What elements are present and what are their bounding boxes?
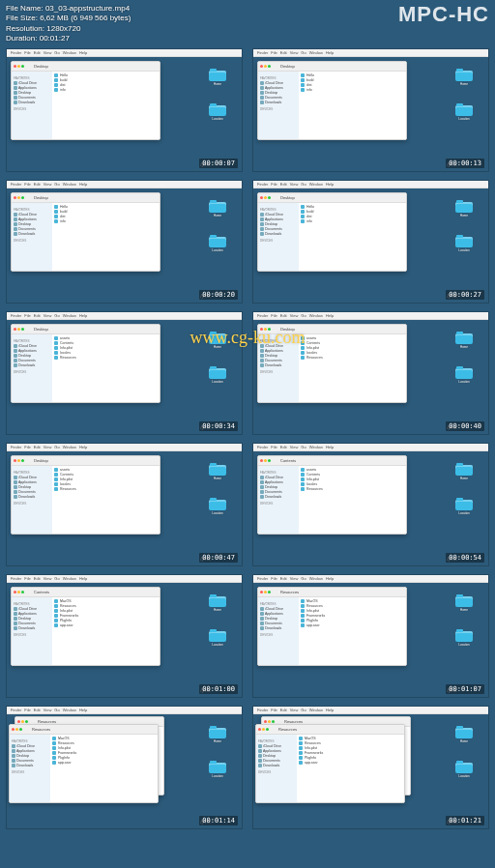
- list-item[interactable]: assets: [301, 468, 404, 472]
- menu-item[interactable]: Help: [326, 182, 334, 187]
- menu-item[interactable]: Finder: [11, 50, 21, 55]
- close-icon[interactable]: [260, 328, 263, 331]
- sidebar-item[interactable]: Documents: [14, 359, 50, 362]
- menu-item[interactable]: Help: [79, 313, 87, 318]
- sidebar-item[interactable]: Applications: [260, 217, 297, 221]
- list-item[interactable]: locales: [54, 482, 158, 486]
- menu-item[interactable]: Edit: [34, 50, 41, 55]
- list-item[interactable]: MacOS: [52, 737, 156, 740]
- menu-item[interactable]: Edit: [280, 182, 287, 187]
- menu-item[interactable]: File: [24, 182, 30, 187]
- list-item[interactable]: app.asar: [301, 623, 404, 627]
- menu-item[interactable]: Go: [54, 182, 59, 187]
- close-icon[interactable]: [260, 459, 263, 462]
- sidebar-item[interactable]: Documents: [14, 96, 50, 100]
- menu-item[interactable]: Help: [79, 708, 87, 712]
- list-item[interactable]: dist: [54, 215, 158, 218]
- menu-item[interactable]: Finder: [257, 182, 268, 187]
- menu-item[interactable]: Edit: [280, 576, 287, 581]
- minimize-icon[interactable]: [264, 459, 267, 462]
- menu-item[interactable]: File: [271, 313, 277, 318]
- sidebar-item[interactable]: iCloud Drive: [12, 744, 48, 748]
- list-item[interactable]: Hello: [301, 205, 404, 209]
- sidebar-item[interactable]: Desktop: [260, 354, 297, 358]
- menu-item[interactable]: File: [271, 182, 277, 187]
- list-item[interactable]: Hello: [301, 73, 404, 77]
- close-icon[interactable]: [260, 65, 263, 68]
- list-item[interactable]: Frameworks: [52, 751, 156, 755]
- list-item[interactable]: app.asar: [54, 623, 158, 627]
- list-item[interactable]: build: [301, 210, 404, 214]
- desktop-folder[interactable]: Location: [455, 237, 473, 250]
- list-item[interactable]: MacOS: [301, 599, 404, 603]
- sidebar-item[interactable]: iCloud Drive: [14, 213, 50, 217]
- menu-item[interactable]: Help: [79, 50, 87, 55]
- menu-item[interactable]: Go: [301, 50, 306, 55]
- menu-item[interactable]: View: [44, 313, 52, 318]
- list-item[interactable]: info: [301, 88, 404, 92]
- list-item[interactable]: info: [54, 219, 158, 223]
- finder-window[interactable]: DesktopFavoritesiCloud DriveApplications…: [11, 61, 160, 140]
- desktop-folder[interactable]: Home: [455, 333, 473, 347]
- zoom-icon[interactable]: [268, 196, 271, 199]
- desktop-folder[interactable]: Location: [209, 368, 226, 382]
- list-item[interactable]: Info.plist: [301, 609, 404, 613]
- zoom-icon[interactable]: [21, 459, 24, 462]
- menu-item[interactable]: Edit: [280, 708, 287, 712]
- menu-item[interactable]: Window: [309, 50, 323, 55]
- sidebar-item[interactable]: Applications: [14, 480, 50, 484]
- zoom-icon[interactable]: [21, 196, 24, 199]
- sidebar-item[interactable]: Desktop: [14, 91, 50, 95]
- desktop-folder[interactable]: Location: [455, 368, 473, 382]
- minimize-icon[interactable]: [264, 328, 267, 331]
- sidebar-item[interactable]: Desktop: [14, 222, 50, 226]
- desktop-folder[interactable]: Location: [455, 631, 473, 645]
- list-item[interactable]: Resources: [299, 741, 402, 745]
- menu-item[interactable]: File: [24, 445, 30, 449]
- menu-item[interactable]: View: [44, 576, 52, 581]
- sidebar-item[interactable]: Downloads: [12, 764, 48, 767]
- sidebar-item[interactable]: Applications: [14, 217, 50, 221]
- sidebar-item[interactable]: Applications: [260, 612, 297, 616]
- sidebar-item[interactable]: Downloads: [260, 626, 297, 630]
- list-item[interactable]: locales: [54, 351, 158, 355]
- list-item[interactable]: Info.plist: [301, 477, 404, 481]
- zoom-icon[interactable]: [268, 591, 271, 593]
- menu-item[interactable]: Finder: [11, 708, 21, 712]
- sidebar-item[interactable]: Documents: [14, 490, 50, 494]
- sidebar-item[interactable]: Documents: [260, 96, 297, 100]
- sidebar-item[interactable]: Downloads: [260, 101, 297, 104]
- desktop-folder[interactable]: Home: [209, 728, 226, 741]
- list-item[interactable]: build: [301, 78, 404, 82]
- menu-item[interactable]: View: [290, 445, 299, 449]
- desktop-folder[interactable]: Location: [209, 105, 226, 119]
- list-item[interactable]: Contents: [301, 341, 404, 345]
- list-item[interactable]: Contents: [54, 341, 158, 345]
- menu-item[interactable]: Window: [309, 313, 323, 318]
- menu-item[interactable]: Window: [309, 708, 323, 712]
- finder-window[interactable]: ResourcesFavoritesiCloud DriveApplicatio…: [257, 587, 407, 666]
- finder-window[interactable]: ContentsFavoritesiCloud DriveApplication…: [11, 587, 160, 666]
- list-item[interactable]: Resources: [54, 604, 158, 608]
- sidebar-item[interactable]: Applications: [260, 480, 297, 484]
- sidebar-item[interactable]: Downloads: [258, 764, 295, 767]
- sidebar-item[interactable]: Applications: [14, 349, 50, 353]
- desktop-folder[interactable]: Location: [209, 763, 226, 776]
- menu-item[interactable]: Go: [54, 313, 59, 318]
- menu-item[interactable]: File: [24, 576, 30, 581]
- list-item[interactable]: Info.plist: [301, 346, 404, 350]
- menu-item[interactable]: Help: [326, 708, 334, 712]
- sidebar-item[interactable]: Downloads: [14, 626, 50, 630]
- sidebar-item[interactable]: Desktop: [260, 485, 297, 489]
- menu-item[interactable]: Help: [326, 445, 334, 449]
- menu-item[interactable]: Window: [63, 50, 76, 55]
- menu-item[interactable]: Go: [301, 708, 306, 712]
- sidebar-item[interactable]: Downloads: [14, 363, 50, 367]
- list-item[interactable]: Resources: [301, 356, 404, 360]
- menu-item[interactable]: Edit: [34, 182, 41, 187]
- finder-window[interactable]: DesktopFavoritesiCloud DriveApplications…: [11, 324, 160, 403]
- menu-item[interactable]: File: [24, 50, 30, 55]
- minimize-icon[interactable]: [17, 459, 20, 462]
- desktop-folder[interactable]: Home: [455, 202, 473, 216]
- menu-item[interactable]: View: [44, 50, 52, 55]
